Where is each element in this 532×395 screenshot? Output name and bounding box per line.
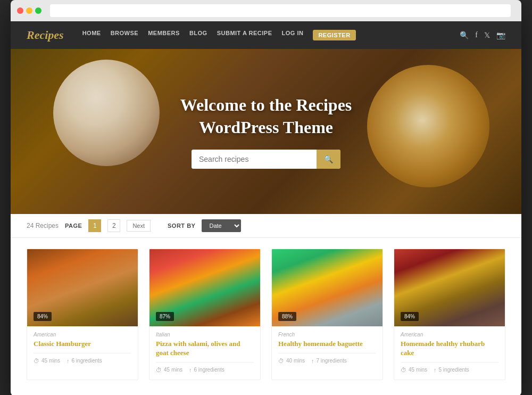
header-icons: 🔍 f 𝕏 📷 xyxy=(460,31,505,40)
next-page-button[interactable]: Next xyxy=(127,220,151,232)
recipe-meta: ⏱ 45 mins ↑ 6 ingredients xyxy=(156,367,254,373)
browser-window: Recipes HOME BROWSE MEMBERS BLOG SUBMIT … xyxy=(11,0,521,395)
recipe-info: French Healthy homemade baguette ⏱ 40 mi… xyxy=(272,326,383,371)
hero-food-left xyxy=(53,60,160,166)
recipe-ingredients: ↑ 5 ingredients xyxy=(434,367,469,373)
nav-login[interactable]: LOG IN xyxy=(282,30,304,40)
recipe-card[interactable]: 87% Italian Pizza with salami, olives an… xyxy=(149,249,261,380)
nav-blog[interactable]: BLOG xyxy=(189,30,207,40)
recipe-category: Italian xyxy=(156,332,254,338)
ingredient-icon: ↑ xyxy=(434,367,437,373)
recipe-card[interactable]: 84% American Homemade healthy rhubarb ca… xyxy=(394,249,505,380)
recipe-card[interactable]: 88% French Healthy homemade baguette ⏱ 4… xyxy=(271,249,383,380)
hero-content: Welcome to the Recipes WordPress Theme 🔍 xyxy=(170,94,363,168)
recipe-ingredients: ↑ 6 ingredients xyxy=(66,358,102,364)
clock-icon: ⏱ xyxy=(401,367,406,373)
close-dot[interactable] xyxy=(17,7,23,14)
recipe-meta: ⏱ 40 mins ↑ 7 ingredients xyxy=(278,358,376,364)
instagram-icon[interactable]: 📷 xyxy=(496,31,505,40)
pagination-bar: 24 Recipes PAGE 1 2 Next SORT BY Date xyxy=(11,214,521,238)
page-label: PAGE xyxy=(65,223,82,229)
search-input[interactable] xyxy=(192,150,317,169)
nav-register[interactable]: REGISTER xyxy=(313,30,355,40)
recipe-grid: 84% American Classic Hamburger ⏱ 45 mins… xyxy=(11,238,521,395)
divider xyxy=(34,353,131,353)
recipe-title: Homemade healthy rhubarb cake xyxy=(401,340,498,358)
clock-icon: ⏱ xyxy=(278,358,284,364)
recipe-image: 88% xyxy=(272,249,383,326)
search-button[interactable]: 🔍 xyxy=(317,150,340,169)
sort-select[interactable]: Date xyxy=(202,219,241,232)
site-header: Recipes HOME BROWSE MEMBERS BLOG SUBMIT … xyxy=(11,21,521,49)
recipe-rating: 88% xyxy=(278,312,296,321)
minimize-dot[interactable] xyxy=(26,7,32,14)
hero-food-right xyxy=(367,65,489,187)
ingredient-icon: ↑ xyxy=(66,358,70,364)
recipe-info: American Homemade healthy rhubarb cake ⏱… xyxy=(394,326,505,380)
recipes-count: 24 Recipes xyxy=(27,222,59,229)
sort-label: SORT BY xyxy=(168,223,195,229)
site-wrapper: Recipes HOME BROWSE MEMBERS BLOG SUBMIT … xyxy=(11,21,521,395)
hero-title: Welcome to the Recipes WordPress Theme xyxy=(180,94,352,138)
ingredient-icon: ↑ xyxy=(189,367,192,373)
page-1-button[interactable]: 1 xyxy=(88,219,101,232)
recipe-time: ⏱ 45 mins xyxy=(401,367,427,373)
recipe-time: ⏱ 40 mins xyxy=(278,358,305,364)
recipe-time: ⏱ 45 mins xyxy=(156,367,182,373)
twitter-icon[interactable]: 𝕏 xyxy=(484,31,490,40)
ingredient-icon: ↑ xyxy=(311,358,314,364)
recipe-info: American Classic Hamburger ⏱ 45 mins ↑ 6… xyxy=(27,326,138,371)
nav-members[interactable]: MEMBERS xyxy=(148,30,180,40)
divider xyxy=(278,353,376,353)
page-2-button[interactable]: 2 xyxy=(107,219,120,232)
recipe-time: ⏱ 45 mins xyxy=(34,358,60,364)
clock-icon: ⏱ xyxy=(34,358,39,364)
nav-browse[interactable]: BROWSE xyxy=(111,30,139,40)
recipe-title: Healthy homemade baguette xyxy=(278,340,376,349)
search-bar: 🔍 xyxy=(192,150,340,169)
site-logo[interactable]: Recipes xyxy=(27,28,64,42)
recipe-category: French xyxy=(278,332,376,338)
nav-submit[interactable]: SUBMIT A RECIPE xyxy=(217,30,272,40)
recipe-title: Classic Hamburger xyxy=(34,340,131,349)
clock-icon: ⏱ xyxy=(156,367,162,373)
recipe-rating: 84% xyxy=(34,312,52,321)
recipe-ingredients: ↑ 6 ingredients xyxy=(189,367,225,373)
hero-section: Welcome to the Recipes WordPress Theme 🔍 xyxy=(11,49,521,214)
recipe-image: 84% xyxy=(27,249,138,326)
divider xyxy=(401,362,498,363)
recipe-rating: 84% xyxy=(401,312,419,321)
recipe-title: Pizza with salami, olives and goat chees… xyxy=(156,340,254,358)
recipe-info: Italian Pizza with salami, olives and go… xyxy=(149,326,260,380)
recipe-card[interactable]: 84% American Classic Hamburger ⏱ 45 mins… xyxy=(27,249,138,380)
recipe-meta: ⏱ 45 mins ↑ 5 ingredients xyxy=(401,367,498,373)
search-icon[interactable]: 🔍 xyxy=(460,31,469,40)
main-nav: HOME BROWSE MEMBERS BLOG SUBMIT A RECIPE… xyxy=(82,30,442,40)
nav-home[interactable]: HOME xyxy=(82,30,101,40)
divider xyxy=(156,362,254,363)
recipe-rating: 87% xyxy=(156,312,174,321)
browser-dots xyxy=(17,7,41,14)
recipe-meta: ⏱ 45 mins ↑ 6 ingredients xyxy=(34,358,131,364)
facebook-icon[interactable]: f xyxy=(475,31,478,39)
maximize-dot[interactable] xyxy=(35,7,41,14)
recipe-image: 84% xyxy=(394,249,505,326)
recipe-ingredients: ↑ 7 ingredients xyxy=(311,358,347,364)
address-bar[interactable] xyxy=(50,4,511,17)
recipe-category: American xyxy=(401,332,498,338)
browser-toolbar xyxy=(11,0,521,21)
recipe-image: 87% xyxy=(149,249,260,326)
recipe-category: American xyxy=(34,332,131,338)
